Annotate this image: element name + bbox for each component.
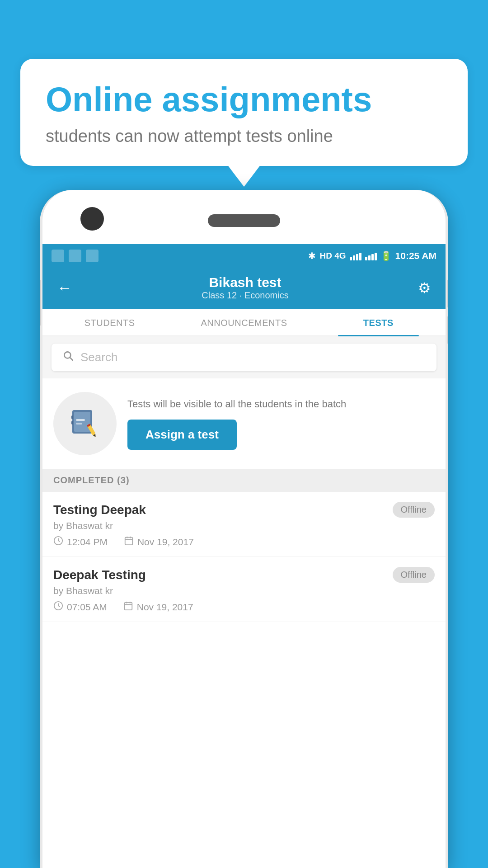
tab-students[interactable]: STUDENTS xyxy=(42,309,177,335)
signal-bar2-2 xyxy=(368,255,371,260)
tab-announcements[interactable]: ANNOUNCEMENTS xyxy=(177,309,311,335)
notebook-icon xyxy=(69,407,101,440)
signal-bar-1 xyxy=(350,257,352,260)
battery-icon: 🔋 xyxy=(380,250,392,261)
svg-rect-4 xyxy=(76,419,85,421)
back-button[interactable]: ← xyxy=(53,277,76,298)
side-button-right xyxy=(447,280,448,307)
search-box[interactable]: Search xyxy=(52,344,436,371)
signal-bar2-1 xyxy=(365,257,367,260)
test-item-2: Deepak Testing Offline by Bhaswat kr 07:… xyxy=(42,557,446,622)
assign-right: Tests will be visible to all the student… xyxy=(127,397,435,450)
calendar-icon-1 xyxy=(124,536,134,548)
test-meta-2: 07:05 AM Nov 19, 2017 xyxy=(53,601,435,613)
bubble-title: Online assignments xyxy=(46,80,442,118)
header-subtitle: Class 12 · Economics xyxy=(202,290,288,301)
signal-bar2-4 xyxy=(375,253,377,260)
header-center: Bikash test Class 12 · Economics xyxy=(202,275,288,301)
status-right: ✱ HD 4G 🔋 10:25 AM xyxy=(308,250,436,261)
test-item-1: Testing Deepak Offline by Bhaswat kr 12:… xyxy=(42,492,446,557)
phone-screen: ✱ HD 4G 🔋 10:25 AM xyxy=(42,244,446,868)
status-icon-2 xyxy=(69,250,81,262)
search-icon xyxy=(62,350,74,365)
side-button-right2 xyxy=(447,316,448,344)
signal-bar2-3 xyxy=(371,254,374,260)
signal-bar-3 xyxy=(356,254,358,260)
test-item-1-header: Testing Deepak Offline xyxy=(53,502,435,518)
status-icons-left xyxy=(52,250,99,262)
test-author-1: by Bhaswat kr xyxy=(53,520,435,531)
test-item-2-header: Deepak Testing Offline xyxy=(53,567,435,583)
test-time-1: 12:04 PM xyxy=(53,536,108,548)
tabs: STUDENTS ANNOUNCEMENTS TESTS xyxy=(42,309,446,336)
svg-rect-7 xyxy=(71,421,73,425)
phone-frame: ✱ HD 4G 🔋 10:25 AM xyxy=(40,190,448,868)
test-badge-1: Offline xyxy=(393,502,435,518)
assign-description: Tests will be visible to all the student… xyxy=(127,397,435,411)
status-bar: ✱ HD 4G 🔋 10:25 AM xyxy=(42,244,446,268)
test-date-1: Nov 19, 2017 xyxy=(124,536,194,548)
svg-rect-5 xyxy=(76,423,82,425)
completed-section-header: COMPLETED (3) xyxy=(42,469,446,492)
svg-rect-13 xyxy=(125,538,133,545)
assign-test-button[interactable]: Assign a test xyxy=(127,420,237,450)
speech-bubble: Online assignments students can now atte… xyxy=(20,59,468,166)
test-time-2: 07:05 AM xyxy=(53,601,107,613)
side-button-left xyxy=(40,280,41,326)
status-icon-3 xyxy=(86,250,99,262)
test-meta-1: 12:04 PM Nov 19, 2017 xyxy=(53,536,435,548)
test-name-2: Deepak Testing xyxy=(53,568,146,582)
search-container: Search xyxy=(42,336,446,378)
svg-rect-6 xyxy=(71,415,73,419)
signal-bars-2 xyxy=(365,251,377,260)
tab-tests[interactable]: TESTS xyxy=(311,309,446,335)
signal-bar-4 xyxy=(359,253,361,260)
signal-bar-2 xyxy=(353,255,355,260)
time-display: 10:25 AM xyxy=(395,250,436,261)
test-date-2: Nov 19, 2017 xyxy=(123,601,193,613)
signal-bars xyxy=(350,251,361,260)
phone-bezel: ✱ HD 4G 🔋 10:25 AM xyxy=(42,190,446,868)
svg-rect-18 xyxy=(124,603,132,610)
clock-icon-2 xyxy=(53,601,63,613)
status-icon-1 xyxy=(52,250,64,262)
test-author-2: by Bhaswat kr xyxy=(53,585,435,596)
phone-speaker xyxy=(208,214,280,227)
test-badge-2: Offline xyxy=(393,567,435,583)
calendar-icon-2 xyxy=(123,601,133,613)
bubble-subtitle: students can now attempt tests online xyxy=(46,127,442,146)
settings-button[interactable]: ⚙ xyxy=(414,278,435,298)
test-name-1: Testing Deepak xyxy=(53,503,146,517)
header-title: Bikash test xyxy=(202,275,288,290)
assign-icon-circle xyxy=(53,392,117,455)
network-label: HD 4G xyxy=(319,251,346,261)
svg-line-1 xyxy=(70,358,73,360)
assign-section: Tests will be visible to all the student… xyxy=(42,378,446,469)
svg-rect-3 xyxy=(74,412,90,432)
phone-camera xyxy=(80,207,104,231)
bluetooth-icon: ✱ xyxy=(308,250,316,261)
search-placeholder: Search xyxy=(80,350,117,364)
app-header: ← Bikash test Class 12 · Economics ⚙ xyxy=(42,268,446,309)
clock-icon-1 xyxy=(53,536,63,548)
